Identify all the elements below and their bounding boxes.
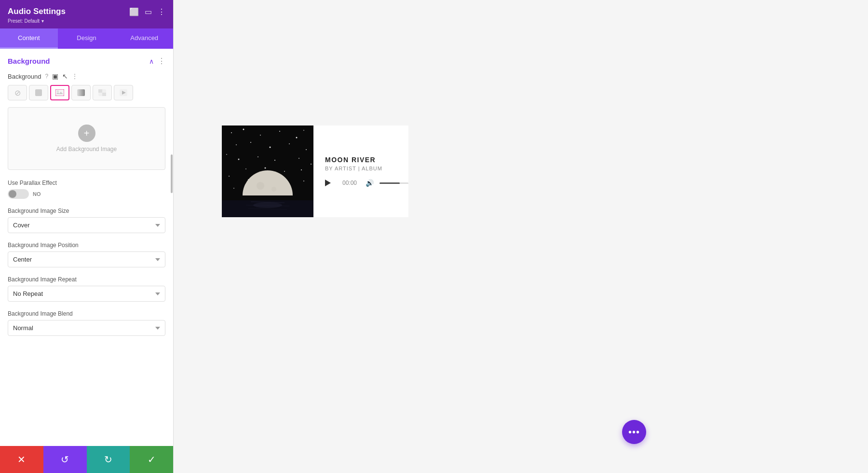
svg-point-26	[311, 164, 312, 165]
play-button[interactable]	[325, 180, 331, 186]
svg-point-27	[245, 168, 246, 169]
svg-rect-7	[102, 93, 106, 96]
save-button[interactable]: ✓	[130, 446, 173, 473]
tab-advanced[interactable]: Advanced	[115, 28, 173, 49]
sidebar-title: Audio Settings	[8, 7, 66, 16]
bg-position-select[interactable]: Center Top Left Top Right	[8, 251, 165, 267]
audio-player: MOON RIVER BY ARTIST | ALBUM 00:00 🔊	[222, 125, 408, 217]
more-icon[interactable]: ⋮	[158, 7, 165, 16]
svg-point-30	[301, 169, 302, 170]
svg-point-31	[229, 176, 230, 177]
bg-position-label: Background Image Position	[8, 242, 165, 249]
image-upload-area[interactable]: + Add Background Image	[8, 107, 165, 170]
add-image-plus-icon: +	[78, 125, 95, 142]
preset-label: Preset: Default	[8, 18, 40, 24]
svg-point-15	[303, 130, 304, 131]
bg-blend-row: Background Image Blend Normal Multiply S…	[8, 310, 165, 336]
bg-position-row: Background Image Position Center Top Lef…	[8, 242, 165, 267]
section-header-right: ∧ ⋮	[149, 56, 165, 66]
help-icon[interactable]: ?	[45, 73, 48, 80]
fab-dots-icon: •••	[628, 427, 640, 438]
svg-point-21	[226, 154, 227, 155]
parallax-toggle-row: Use Parallax Effect NO	[8, 180, 165, 199]
volume-slider[interactable]	[380, 182, 408, 184]
volume-icon[interactable]: 🔊	[366, 179, 374, 187]
time-display: 00:00	[342, 180, 360, 186]
track-title: MOON RIVER	[325, 156, 408, 164]
bg-repeat-select[interactable]: No Repeat Repeat Repeat-X Repeat-Y	[8, 286, 165, 302]
parallax-thumb	[9, 190, 16, 198]
bg-size-label: Background Image Size	[8, 208, 165, 214]
bg-size-select[interactable]: Cover Contain Auto	[8, 217, 165, 233]
album-art-canvas	[222, 125, 313, 217]
svg-point-25	[298, 158, 299, 159]
svg-point-29	[284, 171, 285, 172]
bg-blend-label: Background Image Blend	[8, 310, 165, 317]
section-collapse-icon[interactable]: ∧	[149, 57, 154, 65]
main-content: MOON RIVER BY ARTIST | ALBUM 00:00 🔊 •••	[174, 0, 868, 473]
scroll-thumb	[171, 154, 173, 193]
bg-type-color[interactable]	[29, 85, 48, 100]
bg-type-video[interactable]	[114, 85, 133, 100]
svg-point-37	[257, 182, 264, 190]
sidebar-header-icons: ⬜ ▭ ⋮	[129, 7, 165, 16]
add-image-label: Add Background Image	[56, 146, 117, 153]
bg-size-row: Background Image Size Cover Contain Auto	[8, 208, 165, 233]
sidebar-header: Audio Settings ⬜ ▭ ⋮ Preset: Default ▾	[0, 0, 173, 28]
svg-point-28	[265, 167, 266, 169]
options-icon[interactable]: ⋮	[72, 73, 78, 80]
preset-selector[interactable]: Preset: Default ▾	[8, 18, 165, 24]
svg-point-17	[250, 142, 251, 143]
background-label-row: Background ? ▣ ↖ ⋮	[8, 72, 165, 80]
svg-point-40	[253, 202, 282, 208]
redo-button[interactable]: ↻	[87, 446, 130, 473]
moon-scene-svg	[222, 125, 313, 217]
bg-type-gradient[interactable]	[71, 85, 91, 100]
cancel-button[interactable]: ✕	[0, 446, 43, 473]
svg-point-12	[260, 135, 261, 136]
responsive-icon[interactable]: ▣	[52, 72, 58, 80]
reset-button[interactable]: ↺	[43, 446, 87, 473]
tab-design[interactable]: Design	[58, 28, 116, 49]
parallax-label: Use Parallax Effect	[8, 180, 165, 186]
svg-point-11	[243, 129, 244, 130]
svg-point-33	[233, 188, 234, 189]
bg-blend-select[interactable]: Normal Multiply Screen Overlay	[8, 320, 165, 336]
bg-type-image[interactable]	[50, 85, 69, 100]
svg-point-22	[238, 159, 240, 160]
sidebar-bottom-bar: ✕ ↺ ↻ ✓	[0, 446, 173, 473]
svg-point-38	[271, 187, 276, 192]
bg-type-tabs: ⊘	[8, 85, 165, 100]
svg-point-3	[57, 90, 59, 92]
svg-point-16	[236, 144, 237, 145]
bg-type-none[interactable]: ⊘	[8, 85, 27, 100]
sidebar: Audio Settings ⬜ ▭ ⋮ Preset: Default ▾ C…	[0, 0, 174, 473]
svg-point-19	[289, 143, 290, 144]
svg-point-24	[274, 160, 275, 161]
section-more-icon[interactable]: ⋮	[158, 56, 165, 66]
tab-content[interactable]: Content	[0, 28, 58, 49]
svg-point-20	[306, 149, 307, 150]
parallax-value: NO	[33, 191, 41, 197]
parallax-switch: NO	[8, 189, 165, 199]
sidebar-content: Background ∧ ⋮ Background ? ▣ ↖ ⋮ ⊘	[0, 49, 173, 446]
parallax-track[interactable]	[8, 189, 29, 199]
svg-rect-4	[77, 89, 85, 96]
bg-type-pattern[interactable]	[93, 85, 112, 100]
player-info: MOON RIVER BY ARTIST | ALBUM 00:00 🔊	[325, 156, 408, 187]
bg-repeat-label: Background Image Repeat	[8, 276, 165, 283]
svg-point-23	[258, 156, 258, 157]
svg-point-14	[296, 137, 298, 139]
scroll-track	[170, 58, 173, 444]
album-art	[222, 125, 313, 217]
track-meta: BY ARTIST | ALBUM	[325, 166, 408, 171]
tablet-icon[interactable]: ▭	[145, 7, 152, 16]
svg-rect-6	[98, 89, 102, 93]
player-controls: 00:00 🔊	[325, 179, 408, 187]
background-section-header: Background ∧ ⋮	[8, 56, 165, 66]
svg-point-18	[270, 147, 271, 148]
desktop-icon[interactable]: ⬜	[129, 7, 139, 16]
svg-rect-0	[35, 89, 42, 96]
fab-button[interactable]: •••	[622, 420, 646, 444]
cursor-icon[interactable]: ↖	[62, 72, 68, 80]
